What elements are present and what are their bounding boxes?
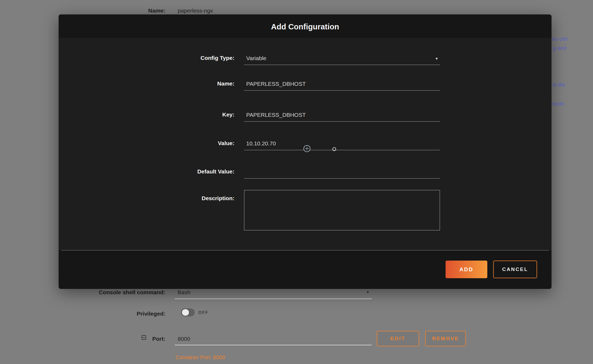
value-label: Value:: [59, 140, 234, 150]
key-label: Key:: [59, 111, 234, 122]
help-text-fragment: ou can: [552, 36, 568, 42]
value-input[interactable]: [244, 140, 440, 147]
help-text-fragment: g and: [553, 45, 566, 51]
key-input[interactable]: [244, 112, 440, 118]
port-underline: [175, 345, 372, 345]
chevron-down-icon: ▼: [366, 290, 370, 294]
description-label: Description:: [59, 195, 234, 202]
name-input[interactable]: [244, 81, 440, 87]
edit-button[interactable]: EDIT: [377, 331, 419, 346]
bg-name-value: paperless-ngx: [178, 7, 213, 14]
name-row: Name:: [59, 78, 552, 91]
container-port-text: Container Port: 8000: [176, 354, 225, 361]
console-shell-underline: [175, 299, 372, 299]
name-label: Name:: [59, 80, 234, 91]
bg-name-label: Name:: [32, 7, 165, 14]
config-type-row: Config Type: Variable ▼: [59, 53, 552, 65]
default-value-row: Default Value:: [59, 166, 552, 179]
console-shell-select[interactable]: Bash: [178, 289, 191, 296]
cancel-button[interactable]: CANCEL: [493, 261, 537, 278]
cursor-crosshair-icon: [303, 145, 310, 152]
cursor-dot-icon: [332, 147, 336, 151]
config-type-label: Config Type:: [59, 55, 234, 65]
config-type-value: Variable: [246, 55, 267, 61]
description-textarea[interactable]: [244, 190, 440, 230]
default-value-label: Default Value:: [59, 168, 234, 179]
modal-title: Add Configuration: [59, 22, 552, 31]
remove-button[interactable]: REMOVE: [425, 331, 466, 346]
toggle-knob: [182, 309, 189, 316]
default-value-input[interactable]: [244, 169, 440, 175]
port-label: Port:: [32, 336, 165, 342]
privileged-state-text: OFF: [198, 310, 208, 315]
privileged-toggle[interactable]: [181, 308, 195, 316]
key-row: Key:: [59, 109, 552, 122]
chevron-down-icon: ▼: [435, 56, 440, 61]
port-value[interactable]: 8000: [178, 336, 190, 342]
console-shell-label: Console shell command:: [32, 289, 165, 296]
config-type-select[interactable]: Variable ▼: [244, 55, 440, 61]
help-text-fragment: nsole.: [551, 101, 565, 107]
crosshair-vertical-line: [307, 147, 307, 150]
privileged-label: Privileged:: [32, 311, 165, 317]
add-button[interactable]: ADD: [446, 261, 487, 278]
modal-footer-divider: [61, 250, 549, 250]
help-text-fragment: st the: [552, 82, 565, 88]
